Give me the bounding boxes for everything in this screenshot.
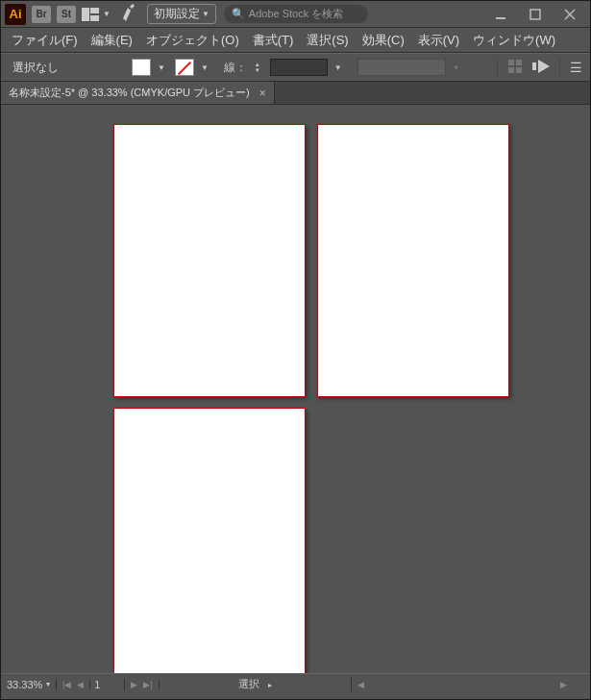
search-icon: 🔍 <box>232 8 245 20</box>
artboard-nav-next-last: ▶ ▶| <box>125 680 159 689</box>
titlebar: Ai Br St ▼ 初期設定 ▼ 🔍 Adobe Stock を検索 <box>1 1 590 28</box>
divider <box>559 59 560 76</box>
svg-rect-8 <box>516 60 522 65</box>
stroke-dropdown-icon[interactable]: ▼ <box>201 63 209 72</box>
workspace-switcher[interactable]: 初期設定 ▼ <box>147 4 216 24</box>
vertical-scrollbar[interactable] <box>575 105 590 673</box>
gpu-icon[interactable] <box>120 4 137 25</box>
menu-view[interactable]: 表示(V) <box>411 29 466 52</box>
zoom-value: 33.33% <box>7 679 42 690</box>
canvas-area[interactable] <box>1 105 590 673</box>
svg-rect-2 <box>90 15 99 21</box>
document-tab-active[interactable]: 名称未設定-5* @ 33.33% (CMYK/GPU プレビュー) × <box>1 82 275 104</box>
graphic-style-dropdown-icon[interactable]: ▼ <box>453 63 460 72</box>
scroll-right-icon[interactable]: ▶ <box>554 680 573 689</box>
scroll-up-icon[interactable] <box>575 105 590 120</box>
search-placeholder: Adobe Stock を検索 <box>249 7 343 21</box>
stroke-profile-dropdown-icon[interactable]: ▼ <box>334 63 342 72</box>
menu-type[interactable]: 書式(T) <box>246 29 301 52</box>
first-artboard-button[interactable]: |◀ <box>61 680 73 689</box>
close-button[interactable] <box>559 5 580 24</box>
document-tabs: 名称未設定-5* @ 33.33% (CMYK/GPU プレビュー) × <box>1 82 590 105</box>
chevron-down-icon: ▼ <box>103 10 111 18</box>
app-logo: Ai <box>5 4 26 25</box>
artboard-index-input[interactable]: 1 <box>90 679 125 690</box>
svg-rect-7 <box>508 60 514 65</box>
chevron-down-icon: ▾ <box>46 680 50 688</box>
svg-rect-11 <box>532 62 536 70</box>
svg-rect-9 <box>508 67 514 73</box>
stroke-weight-label: 線： <box>224 60 247 76</box>
zoom-level-select[interactable]: 33.33% ▾ <box>1 679 57 690</box>
last-artboard-button[interactable]: ▶| <box>141 680 154 689</box>
bridge-icon[interactable]: Br <box>32 6 51 23</box>
chevron-right-icon: ▸ <box>268 681 272 689</box>
scroll-track[interactable] <box>575 120 590 658</box>
menu-effect[interactable]: 効果(C) <box>356 29 411 52</box>
menu-edit[interactable]: 編集(E) <box>85 29 139 52</box>
menu-window[interactable]: ウィンドウ(W) <box>466 29 562 52</box>
stock-search-input[interactable]: 🔍 Adobe Stock を検索 <box>224 5 368 23</box>
maximize-button[interactable] <box>525 5 546 24</box>
stroke-swatch[interactable] <box>175 59 194 76</box>
workspace-label: 初期設定 <box>154 6 200 22</box>
artboard-3[interactable] <box>113 408 306 673</box>
menu-select[interactable]: 選択(S) <box>300 29 355 52</box>
graphic-style-select[interactable] <box>357 59 446 76</box>
menu-file[interactable]: ファイル(F) <box>5 29 85 52</box>
svg-rect-0 <box>82 8 89 21</box>
control-panel: 選択なし ▼ ▼ 線： ▲▼ ▼ ▼ ☰ <box>1 53 590 82</box>
stock-icon[interactable]: St <box>57 6 76 23</box>
svg-rect-3 <box>496 17 505 19</box>
arrange-documents-button[interactable]: ▼ <box>82 8 111 21</box>
fill-swatch[interactable] <box>132 59 151 76</box>
svg-rect-10 <box>516 67 522 73</box>
minimize-button[interactable] <box>490 5 511 24</box>
next-artboard-button[interactable]: ▶ <box>129 680 139 689</box>
status-bar: 33.33% ▾ |◀ ◀ 1 ▶ ▶| 選択 ▸ ◀ ▶ <box>1 673 590 694</box>
prev-artboard-button[interactable]: ◀ <box>75 680 86 689</box>
artboard-2[interactable] <box>317 124 509 397</box>
tab-title: 名称未設定-5* @ 33.33% (CMYK/GPU プレビュー) <box>9 86 250 100</box>
panel-menu-icon[interactable]: ☰ <box>570 60 582 75</box>
svg-rect-1 <box>90 8 99 13</box>
stroke-profile-select[interactable] <box>270 59 328 76</box>
scroll-left-icon[interactable]: ◀ <box>352 680 370 689</box>
fill-dropdown-icon[interactable]: ▼ <box>158 63 165 72</box>
artboard-nav-first-prev: |◀ ◀ <box>57 680 90 689</box>
divider <box>497 59 498 76</box>
document-setup-icon[interactable] <box>507 59 523 77</box>
window-controls <box>490 5 586 24</box>
tab-close-icon[interactable]: × <box>259 87 266 100</box>
menubar: ファイル(F) 編集(E) オブジェクト(O) 書式(T) 選択(S) 効果(C… <box>1 28 590 53</box>
stroke-weight-stepper[interactable]: ▲▼ <box>255 62 260 73</box>
chevron-down-icon: ▼ <box>202 10 209 18</box>
preferences-icon[interactable] <box>532 60 550 76</box>
status-tool-label[interactable]: 選択 ▸ <box>160 677 352 691</box>
artboard-1[interactable] <box>113 124 306 397</box>
menu-object[interactable]: オブジェクト(O) <box>139 29 246 52</box>
scroll-down-icon[interactable] <box>575 658 590 673</box>
selection-label: 選択なし <box>9 60 62 76</box>
svg-rect-4 <box>530 10 540 19</box>
